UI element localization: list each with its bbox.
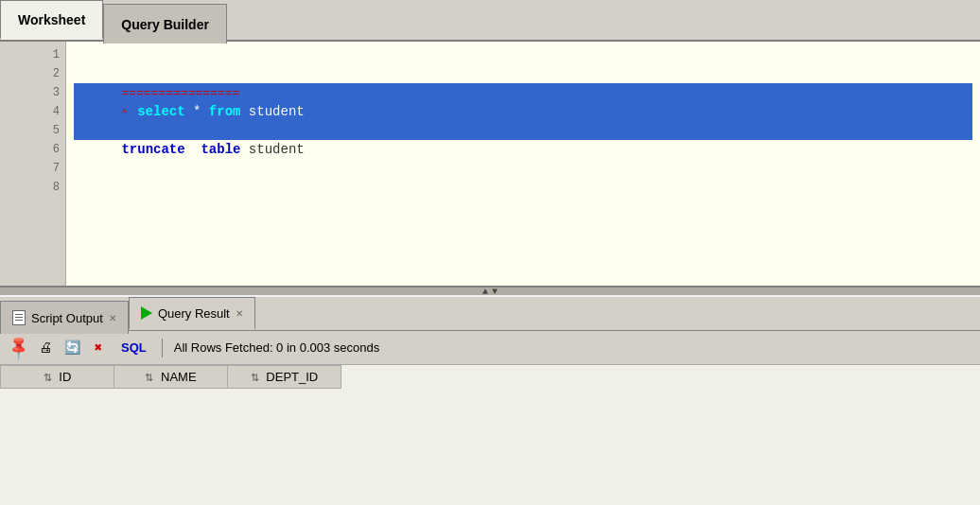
script-output-icon (12, 310, 26, 325)
col-label-id: ID (59, 370, 71, 384)
caret-marker: ^ (121, 108, 127, 118)
col-sort-icon-dept-id: ⇅ (251, 372, 259, 383)
tab-worksheet-label: Worksheet (18, 12, 85, 27)
line-numbers: 1 2 3 4 5 6 7 8 (0, 42, 66, 286)
table-name: student (240, 142, 304, 157)
results-table: ⇅ ID ⇅ NAME ⇅ DEPT_ID (0, 365, 341, 389)
tab-query-builder-label: Query Builder (121, 17, 209, 32)
line-num-5: 5 (0, 121, 60, 140)
tab-query-builder[interactable]: Query Builder (103, 4, 227, 44)
line-num-3: 3 (0, 83, 60, 102)
results-toolbar: 📌 🖨 🔄 ✖ SQL All Rows Fetched: 0 in 0.003… (0, 331, 980, 365)
script-output-close[interactable]: ✕ (109, 313, 116, 323)
tab-script-output-label: Script Output (31, 311, 103, 325)
query-result-close[interactable]: ✕ (236, 308, 243, 319)
error-icon: ✖ (95, 340, 102, 356)
code-line-5: truncate table student (74, 121, 972, 140)
toolbar-separator (162, 339, 163, 357)
code-editor[interactable]: select * from student ================ ^… (66, 42, 980, 286)
panel-divider[interactable]: ▲ ▼ (0, 286, 980, 297)
top-tab-bar: Worksheet Query Builder (0, 0, 980, 42)
col-header-dept-id[interactable]: ⇅ DEPT_ID (228, 366, 341, 389)
col-header-id[interactable]: ⇅ ID (1, 366, 114, 389)
editor-area: 1 2 3 4 5 6 7 8 select * from student ==… (0, 42, 980, 286)
pin-button[interactable]: 📌 (8, 337, 30, 359)
col-header-name[interactable]: ⇅ NAME (114, 366, 228, 389)
results-table-header: ⇅ ID ⇅ NAME ⇅ DEPT_ID (1, 366, 341, 389)
col-sort-icon-name: ⇅ (145, 372, 153, 383)
query-result-play-icon (141, 306, 152, 320)
line-num-7: 7 (0, 159, 60, 178)
equals-underline: ================ (121, 86, 239, 100)
results-container: ⇅ ID ⇅ NAME ⇅ DEPT_ID (0, 365, 980, 505)
print-icon: 🖨 (39, 340, 52, 356)
error-button[interactable]: ✖ (87, 337, 110, 359)
keyword-table: table (201, 142, 240, 157)
tab-worksheet[interactable]: Worksheet (0, 0, 103, 40)
code-line-8 (74, 178, 972, 197)
code-line-2: ================ (74, 64, 972, 83)
refresh-button[interactable]: 🔄 (61, 337, 83, 359)
code-line-7 (74, 159, 972, 178)
line-num-2: 2 (0, 64, 60, 83)
refresh-icon: 🔄 (64, 340, 80, 356)
col-label-name: NAME (161, 370, 197, 384)
col-label-dept-id: DEPT_ID (266, 370, 318, 384)
tab-script-output[interactable]: Script Output ✕ (0, 301, 129, 334)
status-text: All Rows Fetched: 0 in 0.003 seconds (174, 340, 380, 355)
keyword-truncate: truncate (121, 142, 184, 157)
keyword-from: from (209, 104, 241, 119)
header-row: ⇅ ID ⇅ NAME ⇅ DEPT_ID (1, 366, 341, 389)
sql-button[interactable]: SQL (114, 339, 154, 357)
line-num-8: 8 (0, 178, 60, 197)
line-num-1: 1 (0, 45, 60, 64)
print-button[interactable]: 🖨 (34, 337, 57, 359)
line-num-6: 6 (0, 140, 60, 159)
col-sort-icon-id: ⇅ (44, 372, 52, 383)
bottom-panel: Script Output ✕ Query Result ✕ 📌 🖨 🔄 ✖ S… (0, 297, 980, 505)
keyword-select: select (137, 104, 184, 119)
tab-query-result[interactable]: Query Result ✕ (129, 297, 255, 330)
pin-icon: 📌 (4, 333, 33, 362)
code-line-1: select * from student (74, 45, 972, 64)
divider-arrows: ▲ ▼ (482, 287, 498, 297)
bottom-tab-bar: Script Output ✕ Query Result ✕ (0, 297, 980, 331)
line-num-4: 4 (0, 102, 60, 121)
tab-query-result-label: Query Result (158, 306, 230, 321)
